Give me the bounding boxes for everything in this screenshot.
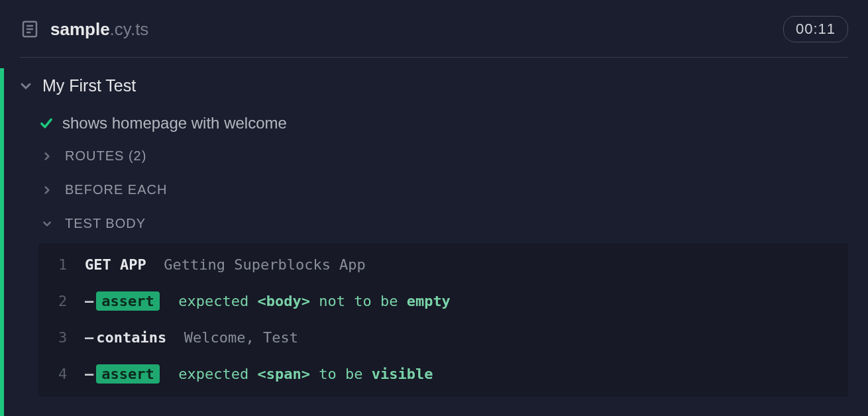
checkmark-icon	[40, 117, 53, 130]
command-dash: –	[85, 329, 93, 346]
chevron-down-icon	[20, 80, 32, 92]
chevron-down-icon	[42, 219, 52, 229]
routes-label: ROUTES (2)	[65, 148, 146, 164]
command-row[interactable]: 1 GET APP Getting Superblocks App	[38, 247, 848, 282]
command-name: GET APP	[85, 256, 146, 273]
chevron-right-icon	[42, 185, 52, 195]
assert-subject: <body>	[257, 293, 309, 309]
test-body-section[interactable]: TEST BODY	[20, 207, 848, 240]
file-icon	[20, 19, 40, 39]
test-row[interactable]: shows homepage with welcome	[20, 107, 848, 139]
status-bar	[0, 68, 4, 416]
assert-part: to be	[310, 366, 372, 382]
assert-badge: assert	[96, 364, 159, 384]
command-dash: –	[85, 366, 93, 382]
file-basename: sample	[50, 19, 110, 39]
command-message: Welcome, Test	[184, 329, 298, 346]
before-each-section[interactable]: BEFORE EACH	[20, 173, 848, 207]
routes-section[interactable]: ROUTES (2)	[20, 139, 848, 173]
assert-part: expected	[178, 366, 257, 382]
command-number: 1	[58, 256, 85, 273]
assert-part: expected	[178, 293, 257, 309]
test-body-label: TEST BODY	[65, 216, 146, 231]
assert-subject: <span>	[257, 366, 309, 382]
command-row[interactable]: 2 –assert expected <body> not to be empt…	[38, 282, 848, 320]
command-message: Getting Superblocks App	[164, 256, 366, 273]
assert-value: empty	[407, 293, 451, 309]
suite-row[interactable]: My First Test	[20, 74, 848, 107]
command-dash: –	[85, 293, 93, 309]
command-number: 4	[58, 366, 85, 382]
assert-part: not to be	[310, 293, 407, 309]
header: sample.cy.ts 00:11	[0, 0, 868, 57]
command-log: 1 GET APP Getting Superblocks App 2 –ass…	[38, 243, 848, 397]
file-name: sample.cy.ts	[50, 19, 148, 40]
assert-badge: assert	[96, 291, 159, 311]
command-row[interactable]: 3 –contains Welcome, Test	[38, 320, 848, 355]
chevron-right-icon	[42, 152, 52, 161]
assert-value: visible	[372, 366, 433, 382]
file-extension: .cy.ts	[110, 19, 149, 39]
test-name: shows homepage with welcome	[62, 114, 287, 132]
command-number: 2	[58, 293, 85, 309]
timer-badge: 00:11	[783, 16, 848, 42]
suite-title: My First Test	[42, 76, 136, 95]
before-each-label: BEFORE EACH	[65, 182, 167, 197]
command-row[interactable]: 4 –assert expected <span> to be visible	[38, 355, 848, 393]
command-number: 3	[58, 329, 85, 346]
command-name: contains	[96, 329, 166, 346]
